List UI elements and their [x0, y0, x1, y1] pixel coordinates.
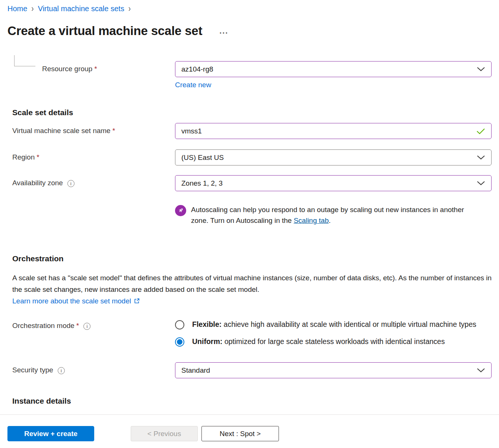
required-asterisk: * — [36, 153, 39, 161]
next-spot-button[interactable]: Next : Spot > — [201, 426, 279, 441]
region-label: Region — [12, 153, 35, 161]
title-row: Create a virtual machine scale set ··· — [7, 22, 492, 40]
vmss-basics-form: Resource group * az104-rg8 Create new Sc… — [7, 61, 492, 406]
resource-group-row: Resource group * az104-rg8 Create new — [12, 61, 492, 89]
orchestration-mode-uniform-radio[interactable]: Uniform: optimized for large scale state… — [175, 336, 492, 347]
info-icon[interactable]: i — [67, 180, 74, 187]
radio-unselected-icon[interactable] — [175, 320, 184, 329]
indent-connector-line — [14, 55, 35, 66]
orchestration-description: A scale set has a "scale set model" that… — [12, 272, 493, 295]
rocket-icon — [175, 205, 186, 216]
chevron-down-icon — [477, 368, 485, 373]
resource-group-dropdown[interactable]: az104-rg8 — [175, 61, 492, 77]
section-instance-details: Instance details — [12, 396, 492, 406]
section-orchestration: Orchestration — [12, 254, 492, 264]
chevron-down-icon — [477, 155, 485, 160]
info-icon[interactable]: i — [58, 367, 65, 374]
region-dropdown[interactable]: (US) East US — [175, 149, 492, 165]
info-icon[interactable]: i — [83, 323, 90, 330]
region-value: (US) East US — [181, 154, 224, 162]
resource-group-value: az104-rg8 — [181, 65, 213, 73]
availability-zone-row: Availability zone i Zones 1, 2, 3 — [12, 175, 492, 191]
flexible-option-name: Flexible: — [192, 320, 222, 328]
security-type-dropdown[interactable]: Standard — [175, 362, 492, 378]
create-vmss-page: Home › Virtual machine scale sets › Crea… — [0, 0, 499, 414]
security-type-row: Security type i Standard — [12, 362, 492, 378]
breadcrumb-vmss[interactable]: Virtual machine scale sets — [38, 4, 124, 13]
orchestration-mode-label: Orchestration mode — [12, 322, 74, 330]
vmss-name-row: Virtual machine scale set name * vmss1 — [12, 123, 492, 139]
review-create-button[interactable]: Review + create — [7, 426, 94, 441]
scaling-tab-link[interactable]: Scaling tab — [294, 217, 329, 224]
flexible-option-description: achieve high availability at scale with … — [224, 320, 477, 328]
orchestration-mode-flexible-radio[interactable]: Flexible: achieve high availability at s… — [175, 319, 492, 330]
chevron-down-icon — [477, 181, 485, 186]
resource-group-label: Resource group — [42, 65, 92, 73]
required-asterisk: * — [76, 322, 79, 330]
external-link-icon — [134, 298, 140, 304]
availability-zone-value: Zones 1, 2, 3 — [181, 179, 223, 187]
security-type-label: Security type — [12, 366, 53, 374]
chevron-down-icon — [477, 67, 485, 72]
availability-zone-label: Availability zone — [12, 179, 63, 187]
breadcrumb-separator-icon: › — [128, 3, 131, 15]
vmss-name-label: Virtual machine scale set name — [12, 127, 111, 135]
learn-more-link[interactable]: Learn more about the scale set model — [12, 295, 140, 307]
learn-more-label: Learn more about the scale set model — [12, 295, 131, 307]
required-asterisk: * — [94, 65, 97, 73]
note-text-after: . — [329, 217, 331, 224]
section-scale-set-details: Scale set details — [12, 108, 492, 117]
previous-button[interactable]: < Previous — [131, 426, 198, 441]
uniform-option-description: optimized for large scale stateless work… — [225, 337, 445, 346]
vmss-name-value: vmss1 — [181, 127, 202, 135]
create-new-link[interactable]: Create new — [175, 81, 211, 89]
availability-zone-dropdown[interactable]: Zones 1, 2, 3 — [175, 175, 492, 191]
security-type-value: Standard — [181, 366, 210, 375]
ellipsis-icon[interactable]: ··· — [219, 28, 228, 37]
breadcrumb-separator-icon: › — [31, 3, 34, 15]
vmss-name-input[interactable]: vmss1 — [175, 123, 492, 139]
orchestration-mode-row: Orchestration mode * i Flexible: achieve… — [12, 319, 492, 347]
breadcrumb: Home › Virtual machine scale sets › — [7, 4, 492, 13]
required-asterisk: * — [112, 127, 115, 135]
uniform-option-name: Uniform: — [192, 337, 222, 346]
breadcrumb-home[interactable]: Home — [7, 4, 27, 13]
page-title: Create a virtual machine scale set — [7, 22, 202, 40]
checkmark-icon — [476, 128, 485, 134]
autoscaling-note: Autoscaling can help you respond to an o… — [175, 204, 492, 226]
radio-selected-icon[interactable] — [175, 337, 184, 347]
autoscaling-note-text: Autoscaling can help you respond to an o… — [191, 204, 468, 226]
wizard-footer: Review + create < Previous Next : Spot > — [0, 414, 499, 448]
region-row: Region * (US) East US — [12, 149, 492, 165]
